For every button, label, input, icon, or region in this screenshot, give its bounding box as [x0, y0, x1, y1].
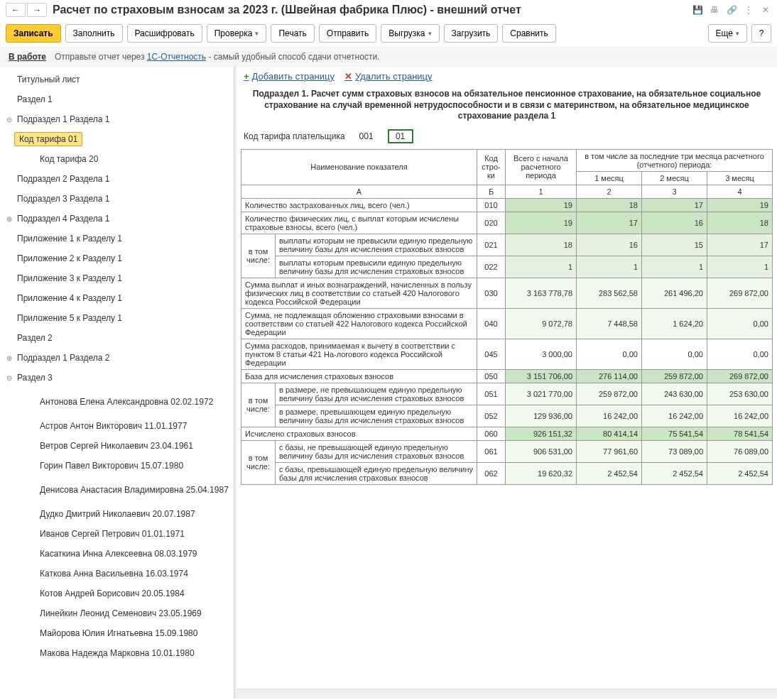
close-icon[interactable]: ✕	[760, 4, 771, 16]
cell-value[interactable]: 16	[642, 212, 707, 234]
export-button[interactable]: Выгрузка▾	[381, 24, 439, 43]
cell-value[interactable]: 269 872,00	[707, 369, 773, 383]
tree-item[interactable]: Касаткина Инна Алексеевна 08.03.1979	[0, 544, 234, 564]
tree-item[interactable]: Горин Павел Викторович 15.07.1980	[0, 456, 234, 476]
cell-value[interactable]: 926 151,32	[506, 427, 577, 440]
import-button[interactable]: Загрузить	[444, 24, 499, 43]
tree-item[interactable]: Приложение 1 к Разделу 1	[0, 229, 234, 248]
cell-value[interactable]: 77 961,60	[577, 440, 642, 462]
tree-item[interactable]: Макова Надежда Марковна 10.01.1980	[0, 643, 234, 663]
tree-panel[interactable]: Титульный листРаздел 1⊖Подраздел 1 Разде…	[0, 67, 234, 699]
horizontal-scrollbar[interactable]	[237, 689, 777, 699]
cell-value[interactable]: 16 242,00	[642, 405, 707, 427]
expand-icon[interactable]: ⊕	[4, 215, 14, 223]
cell-value[interactable]: 3 021 770,00	[506, 383, 577, 405]
cell-value[interactable]: 75 541,54	[642, 427, 707, 440]
cell-value[interactable]: 0,00	[642, 339, 707, 369]
nav-forward-button[interactable]: →	[27, 3, 47, 17]
cell-value[interactable]: 80 414,14	[577, 427, 642, 440]
tree-item[interactable]: Приложение 3 к Разделу 1	[0, 268, 234, 288]
cell-value[interactable]: 76 089,00	[707, 440, 773, 462]
fill-button[interactable]: Заполнить	[65, 24, 123, 43]
tree-item[interactable]: Титульный лист	[0, 70, 234, 89]
help-button[interactable]: ?	[751, 24, 771, 43]
cell-value[interactable]: 0,00	[707, 339, 773, 369]
cell-value[interactable]: 17	[577, 212, 642, 234]
cell-value[interactable]: 19	[707, 198, 773, 212]
cell-value[interactable]: 1	[577, 256, 642, 278]
tree-item[interactable]: Котов Андрей Борисович 20.05.1984	[0, 584, 234, 603]
cell-value[interactable]: 2 452,54	[707, 462, 773, 484]
cell-value[interactable]: 17	[707, 234, 773, 256]
cell-value[interactable]: 16 242,00	[707, 405, 773, 427]
tree-item[interactable]: Каткова Анна Васильевна 16.03.1974	[0, 564, 234, 584]
grid-row[interactable]: Исчислено страховых взносов060926 151,32…	[241, 427, 773, 440]
save-icon[interactable]: 💾	[692, 4, 703, 16]
grid-row[interactable]: Количество застрахованных лиц, всего (че…	[241, 198, 773, 212]
cell-value[interactable]: 269 872,00	[707, 278, 773, 308]
cell-value[interactable]: 1 624,20	[642, 308, 707, 339]
expand-icon[interactable]: ⊕	[4, 354, 14, 362]
grid-row[interactable]: с базы, превышающей единую предельную ве…	[241, 462, 773, 484]
cell-value[interactable]: 261 496,20	[642, 278, 707, 308]
tree-item[interactable]: Подраздел 3 Раздела 1	[0, 189, 234, 209]
expand-icon[interactable]: ⊖	[4, 116, 14, 124]
grid-row[interactable]: Сумма выплат и иных вознаграждений, начи…	[241, 278, 773, 308]
grid-row[interactable]: Сумма расходов, принимаемая к вычету в с…	[241, 339, 773, 369]
tree-item[interactable]: ⊖Раздел 3	[0, 368, 234, 388]
cell-value[interactable]: 3 151 706,00	[506, 369, 577, 383]
tree-item[interactable]: Раздел 1	[0, 89, 234, 109]
tree-item[interactable]: Денисова Анастасия Владимировна 25.04.19…	[0, 476, 234, 504]
grid-row[interactable]: в размере, превышающем единую предельную…	[241, 405, 773, 427]
grid-row[interactable]: выплаты которым превысили единую предель…	[241, 256, 773, 278]
tree-item[interactable]: Майорова Юлия Игнатьевна 15.09.1980	[0, 623, 234, 643]
cell-value[interactable]: 1	[707, 256, 773, 278]
tree-item[interactable]: Дудко Дмитрий Николаевич 20.07.1987	[0, 504, 234, 524]
cell-value[interactable]: 19 620,32	[506, 462, 577, 484]
grid-row[interactable]: в том числе:в размере, не превышающем ед…	[241, 383, 773, 405]
cell-value[interactable]: 276 114,00	[577, 369, 642, 383]
cell-value[interactable]: 73 089,00	[642, 440, 707, 462]
save-button[interactable]: Записать	[6, 24, 61, 43]
cell-value[interactable]: 0,00	[577, 339, 642, 369]
cell-value[interactable]: 16	[577, 234, 642, 256]
tree-item[interactable]: Ветров Сергей Николаевич 23.04.1961	[0, 436, 234, 456]
tree-item[interactable]: Приложение 4 к Разделу 1	[0, 288, 234, 308]
tree-item[interactable]: Иванов Сергей Петрович 01.01.1971	[0, 524, 234, 544]
cell-value[interactable]: 3 163 778,78	[506, 278, 577, 308]
cell-value[interactable]: 259 872,00	[642, 369, 707, 383]
add-page-button[interactable]: +Добавить страницу	[244, 71, 335, 82]
decode-button[interactable]: Расшифровать	[127, 24, 202, 43]
link-icon[interactable]: 🔗	[726, 4, 737, 16]
tree-item[interactable]: ⊕Подраздел 1 Раздела 2	[0, 348, 234, 368]
tree-item[interactable]: ⊖Подраздел 1 Раздела 1	[0, 109, 234, 129]
cell-value[interactable]: 2 452,54	[642, 462, 707, 484]
compare-button[interactable]: Сравнить	[502, 24, 555, 43]
nav-back-button[interactable]: ←	[6, 3, 26, 17]
cell-value[interactable]: 18	[506, 234, 577, 256]
print-icon[interactable]: 🖶	[709, 4, 720, 16]
grid-row[interactable]: в том числе:с базы, не превышающей едину…	[241, 440, 773, 462]
cell-value[interactable]: 19	[506, 198, 577, 212]
menu-icon[interactable]: ⋮	[743, 4, 754, 16]
send-button[interactable]: Отправить	[319, 24, 377, 43]
cell-value[interactable]: 259 872,00	[577, 383, 642, 405]
cell-value[interactable]: 1	[506, 256, 577, 278]
grid-row[interactable]: База для исчисления страховых взносов050…	[241, 369, 773, 383]
cell-value[interactable]: 2 452,54	[577, 462, 642, 484]
cell-value[interactable]: 283 562,58	[577, 278, 642, 308]
cell-value[interactable]: 16 242,00	[577, 405, 642, 427]
cell-value[interactable]: 78 541,54	[707, 427, 773, 440]
status-link[interactable]: 1С-Отчетность	[147, 52, 206, 62]
grid-row[interactable]: Количество физических лиц, с выплат кото…	[241, 212, 773, 234]
tree-item[interactable]: Приложение 5 к Разделу 1	[0, 308, 234, 328]
data-grid[interactable]: Наименование показателя Код стро-ки Всег…	[241, 149, 773, 485]
tree-item[interactable]: Код тарифа 20	[0, 149, 234, 169]
tree-item[interactable]: Код тарифа 01	[0, 129, 234, 149]
tree-item[interactable]: ⊕Подраздел 4 Раздела 1	[0, 209, 234, 229]
cell-value[interactable]: 1	[642, 256, 707, 278]
check-button[interactable]: Проверка▾	[207, 24, 267, 43]
cell-value[interactable]: 9 072,78	[506, 308, 577, 339]
tree-item[interactable]: Раздел 2	[0, 328, 234, 348]
cell-value[interactable]: 7 448,58	[577, 308, 642, 339]
